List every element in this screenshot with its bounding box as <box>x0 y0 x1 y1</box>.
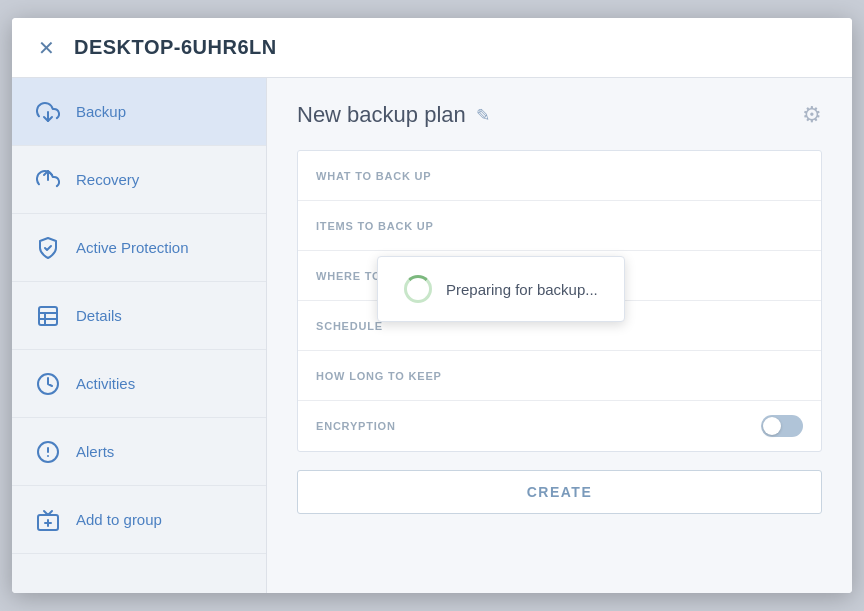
details-icon <box>34 302 62 330</box>
sidebar-label-active-protection: Active Protection <box>76 239 189 256</box>
create-button[interactable]: CREATE <box>297 470 822 514</box>
schedule-label: SCHEDULE <box>316 320 383 332</box>
sidebar-label-add-to-group: Add to group <box>76 511 162 528</box>
what-to-back-up-label: WHAT TO BACK UP <box>316 170 431 182</box>
sidebar-item-add-to-group[interactable]: Add to group <box>12 486 266 554</box>
modal-window: ✕ DESKTOP-6UHR6LN Backup <box>12 18 852 593</box>
encryption-toggle-container <box>761 415 803 437</box>
activities-icon <box>34 370 62 398</box>
how-long-to-keep-label: HOW LONG TO KEEP <box>316 370 442 382</box>
plan-header: New backup plan ✎ ⚙ <box>297 102 822 128</box>
spinner-icon <box>404 275 432 303</box>
preparing-popup: Preparing for backup... <box>377 256 625 322</box>
edit-plan-icon[interactable]: ✎ <box>476 105 490 126</box>
create-btn-area: CREATE <box>297 470 822 514</box>
encryption-row[interactable]: ENCRYPTION <box>298 401 821 451</box>
sidebar-label-details: Details <box>76 307 122 324</box>
window-title: DESKTOP-6UHR6LN <box>74 36 277 59</box>
items-to-back-up-row[interactable]: ITEMS TO BACK UP <box>298 201 821 251</box>
preparing-text: Preparing for backup... <box>446 281 598 298</box>
title-bar: ✕ DESKTOP-6UHR6LN <box>12 18 852 78</box>
sidebar-label-alerts: Alerts <box>76 443 114 460</box>
encryption-toggle[interactable] <box>761 415 803 437</box>
sidebar-item-activities[interactable]: Activities <box>12 350 266 418</box>
svg-rect-2 <box>39 307 57 325</box>
sidebar-item-alerts[interactable]: Alerts <box>12 418 266 486</box>
sidebar-label-recovery: Recovery <box>76 171 139 188</box>
active-protection-icon <box>34 234 62 262</box>
sidebar-label-backup: Backup <box>76 103 126 120</box>
backup-icon <box>34 98 62 126</box>
sidebar-item-active-protection[interactable]: Active Protection <box>12 214 266 282</box>
items-to-back-up-label: ITEMS TO BACK UP <box>316 220 434 232</box>
main-content: New backup plan ✎ ⚙ WHAT TO BACK UP ITEM… <box>267 78 852 593</box>
settings-icon[interactable]: ⚙ <box>802 102 822 128</box>
sidebar-item-recovery[interactable]: Recovery <box>12 146 266 214</box>
body-area: Backup Recovery <box>12 78 852 593</box>
alerts-icon <box>34 438 62 466</box>
how-long-to-keep-row[interactable]: HOW LONG TO KEEP <box>298 351 821 401</box>
sidebar: Backup Recovery <box>12 78 267 593</box>
encryption-label: ENCRYPTION <box>316 420 396 432</box>
add-to-group-icon <box>34 506 62 534</box>
close-button[interactable]: ✕ <box>32 34 60 62</box>
sidebar-item-details[interactable]: Details <box>12 282 266 350</box>
sidebar-label-activities: Activities <box>76 375 135 392</box>
recovery-icon <box>34 166 62 194</box>
sidebar-item-backup[interactable]: Backup <box>12 78 266 146</box>
plan-title-area: New backup plan ✎ <box>297 102 490 128</box>
what-to-back-up-row[interactable]: WHAT TO BACK UP <box>298 151 821 201</box>
plan-title-text: New backup plan <box>297 102 466 128</box>
